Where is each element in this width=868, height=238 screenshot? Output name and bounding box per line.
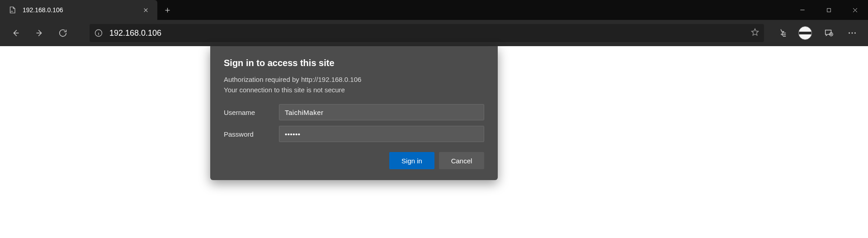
svg-point-5 [854,33,856,34]
forward-button[interactable] [29,23,50,43]
favorites-button[interactable] [771,23,792,43]
window-controls [789,0,868,20]
address-bar[interactable] [90,24,764,42]
refresh-button[interactable] [52,23,73,43]
username-label: Username [224,109,279,116]
minimize-button[interactable] [789,0,816,20]
basic-auth-dialog: Sign in to access this site Authorizatio… [210,46,498,180]
password-input[interactable] [279,126,484,142]
maximize-button[interactable] [816,0,842,20]
profile-button[interactable] [795,23,816,43]
toolbar [0,20,868,46]
password-label: Password [224,130,279,138]
active-tab[interactable]: 192.168.0.106 [0,0,157,20]
new-tab-button[interactable] [157,0,177,20]
url-input[interactable] [109,29,744,38]
dialog-title: Sign in to access this site [224,58,484,68]
feedback-button[interactable] [818,23,839,43]
dialog-buttons: Sign in Cancel [224,152,484,169]
titlebar-drag-area[interactable] [177,0,789,20]
favorite-star-icon[interactable] [750,28,760,38]
username-row: Username [224,104,484,120]
page-content: Sign in to access this site Authorizatio… [0,46,868,238]
tab-title: 192.168.0.106 [23,6,139,14]
svg-point-4 [852,33,853,34]
avatar-icon [798,26,812,40]
title-bar: 192.168.0.106 [0,0,868,20]
signin-button[interactable]: Sign in [389,152,434,169]
svg-rect-0 [827,8,830,12]
dialog-subtitle-1: Authorization required by http://192.168… [224,75,484,85]
svg-point-3 [849,33,850,34]
tab-close-button[interactable] [139,4,152,16]
password-row: Password [224,126,484,142]
close-window-button[interactable] [842,0,868,20]
cancel-button[interactable]: Cancel [439,152,484,169]
page-broken-icon [8,6,16,14]
username-input[interactable] [279,104,484,120]
more-menu-button[interactable] [842,23,863,43]
dialog-subtitle-2: Your connection to this site is not secu… [224,85,484,95]
back-button[interactable] [5,23,26,43]
site-info-icon[interactable] [94,29,103,38]
